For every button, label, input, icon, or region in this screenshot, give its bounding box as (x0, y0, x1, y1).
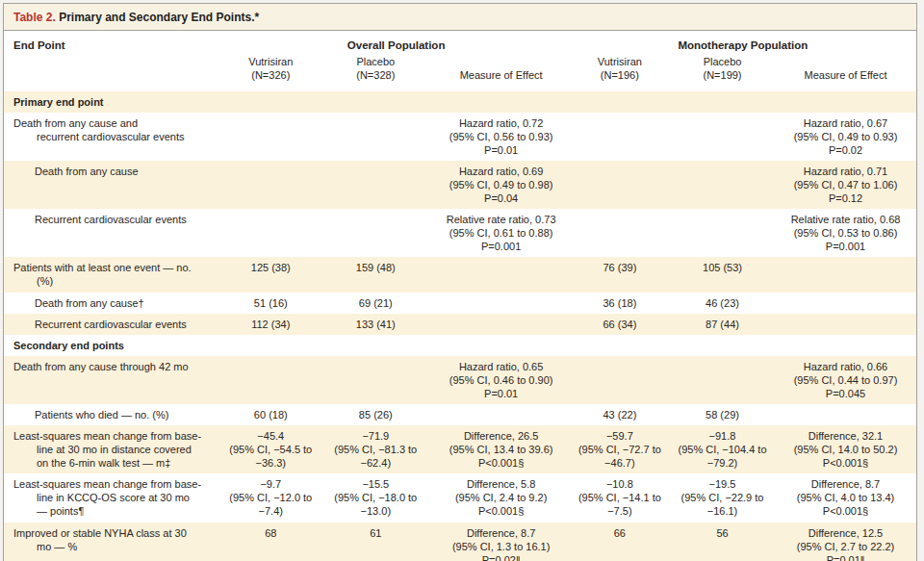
column-header-vutrisiran-mono: Vutrisiran (N=196) (570, 53, 670, 91)
endpoint-label-cell: Recurrent cardiovascular events (4, 209, 223, 257)
measure-cell: Relative rate ratio, 0.73 (95% CI, 0.61 … (433, 209, 570, 257)
column-header-placebo-overall: Placebo (N=328) (319, 53, 433, 91)
measure-cell (775, 404, 916, 425)
section-label: Primary end point (4, 91, 916, 113)
measure-cell (775, 293, 916, 314)
endpoint-label: Death from any cause through 42 mo (13, 360, 216, 373)
value-cell (223, 161, 320, 209)
table-row: Death from any cause through 42 mo Hazar… (4, 356, 916, 404)
measure-cell (433, 257, 570, 292)
measure-cell: Difference, 12.5 (95% CI, 2.7 to 22.2) P… (775, 523, 916, 561)
value-cell (223, 209, 320, 257)
value-cell (670, 161, 775, 209)
value-cell: −91.8 (95% CI, −104.4 to −79.2) (670, 425, 775, 473)
table-row: Death from any cause and recurrent cardi… (4, 113, 916, 161)
measure-cell: Hazard ratio, 0.65 (95% CI, 0.46 to 0.90… (433, 356, 570, 404)
endpoint-label: Recurrent cardiovascular events (35, 318, 216, 331)
value-cell: −19.5 (95% CI, −22.9 to −16.1) (670, 473, 775, 522)
value-cell (570, 209, 670, 257)
value-cell: 76 (39) (570, 257, 670, 292)
value-cell (670, 356, 775, 404)
measure-cell (433, 314, 570, 335)
value-cell: 61 (319, 523, 433, 561)
value-cell (319, 113, 433, 161)
endpoint-label: Death from any cause (35, 165, 216, 178)
table-row: Patients who died — no. (%) 60 (18) 85 (… (4, 404, 916, 425)
measure-cell (775, 257, 916, 292)
column-header-vutrisiran-overall: Vutrisiran (N=326) (223, 53, 320, 91)
value-cell (670, 113, 775, 161)
value-cell (570, 161, 670, 209)
value-cell: 51 (16) (223, 293, 320, 314)
endpoint-label-cell: Improved or stable NYHA class at 30 mo —… (4, 523, 223, 561)
value-cell: 60 (18) (223, 404, 320, 425)
value-cell: 133 (41) (319, 314, 433, 335)
column-header-endpoint: End Point (4, 31, 223, 91)
column-header-measure-overall: Measure of Effect (433, 53, 570, 91)
endpoints-table: End Point Overall Population Monotherapy… (4, 31, 916, 561)
value-cell: 66 (570, 523, 670, 561)
section-row: Primary end point (4, 91, 916, 113)
endpoint-label: Death from any cause† (35, 296, 216, 310)
table-row: Patients with at least one event — no. (… (4, 257, 916, 292)
measure-cell: Difference, 26.5 (95% CI, 13.4 to 39.6) … (433, 425, 570, 473)
value-cell: −9.7 (95% CI, −12.0 to −7.4) (223, 473, 320, 522)
table-row: Least-squares mean change from base- lin… (4, 473, 916, 522)
endpoint-label-cell: Least-squares mean change from base- lin… (4, 473, 223, 522)
measure-cell (433, 404, 570, 425)
value-cell (670, 209, 775, 257)
measure-cell: Hazard ratio, 0.72 (95% CI, 0.56 to 0.93… (433, 113, 570, 161)
column-header-measure-mono: Measure of Effect (775, 53, 916, 91)
endpoint-label: Death from any cause and recurrent cardi… (13, 116, 216, 143)
value-cell: −45.4 (95% CI, −54.5 to −36.3) (223, 425, 320, 473)
value-cell: 68 (223, 523, 320, 561)
endpoint-label-cell: Death from any cause and recurrent cardi… (4, 113, 223, 161)
table-row: Death from any cause† 51 (16) 69 (21) 36… (4, 293, 916, 314)
value-cell: 56 (670, 523, 775, 561)
endpoint-label: Least-squares mean change from base- lin… (13, 429, 216, 470)
table-number-label: Table 2. (13, 11, 56, 24)
value-cell (319, 356, 433, 404)
table-header: End Point Overall Population Monotherapy… (4, 31, 916, 91)
table-row: Recurrent cardiovascular events Relative… (4, 209, 916, 257)
value-cell (319, 209, 433, 257)
value-cell: 43 (22) (570, 404, 670, 425)
measure-cell: Relative rate ratio, 0.68 (95% CI, 0.53 … (775, 209, 916, 257)
value-cell: 159 (48) (319, 257, 433, 292)
table-body: Primary end point Death from any cause a… (4, 91, 916, 561)
endpoint-label-cell: Recurrent cardiovascular events (4, 314, 223, 335)
endpoint-label: Patients who died — no. (%) (35, 408, 216, 421)
measure-cell (433, 293, 570, 314)
endpoint-label: Improved or stable NYHA class at 30 mo —… (13, 526, 216, 553)
value-cell (223, 356, 320, 404)
value-cell (223, 113, 320, 161)
value-cell (570, 356, 670, 404)
value-cell: −10.8 (95% CI, −14.1 to −7.5) (570, 473, 670, 522)
endpoint-label: Patients with at least one event — no. (… (13, 261, 216, 288)
endpoint-label: Least-squares mean change from base- lin… (13, 477, 216, 518)
value-cell: 87 (44) (670, 314, 775, 335)
endpoint-label-cell: Death from any cause through 42 mo (4, 356, 223, 404)
measure-cell: Hazard ratio, 0.69 (95% CI, 0.49 to 0.98… (433, 161, 570, 209)
endpoint-label-cell: Least-squares mean change from base- lin… (4, 425, 223, 473)
endpoint-label-cell: Death from any cause (4, 161, 223, 209)
measure-cell (775, 314, 916, 335)
value-cell: 58 (29) (670, 404, 775, 425)
endpoint-label: Recurrent cardiovascular events (35, 213, 216, 226)
value-cell: −15.5 (95% CI, −18.0 to −13.0) (319, 473, 433, 522)
value-cell: −71.9 (95% CI, −81.3 to −62.4) (319, 425, 433, 473)
measure-cell: Difference, 5.8 (95% CI, 2.4 to 9.2) P<0… (433, 473, 570, 522)
endpoint-label-cell: Patients with at least one event — no. (… (4, 257, 223, 292)
group-header-overall: Overall Population (223, 31, 570, 53)
measure-cell: Hazard ratio, 0.71 (95% CI, 0.47 to 1.06… (775, 161, 916, 209)
column-header-placebo-mono: Placebo (N=199) (670, 53, 775, 91)
section-label: Secondary end points (4, 335, 916, 356)
measure-cell: Difference, 8.7 (95% CI, 4.0 to 13.4) P<… (775, 473, 916, 522)
value-cell: 69 (21) (319, 293, 433, 314)
table-title-bar: Table 2. Primary and Secondary End Point… (4, 4, 916, 31)
section-row: Secondary end points (4, 335, 916, 356)
value-cell: 36 (18) (570, 293, 670, 314)
value-cell: 46 (23) (670, 293, 775, 314)
value-cell: 66 (34) (570, 314, 670, 335)
table-row: Improved or stable NYHA class at 30 mo —… (4, 523, 916, 561)
